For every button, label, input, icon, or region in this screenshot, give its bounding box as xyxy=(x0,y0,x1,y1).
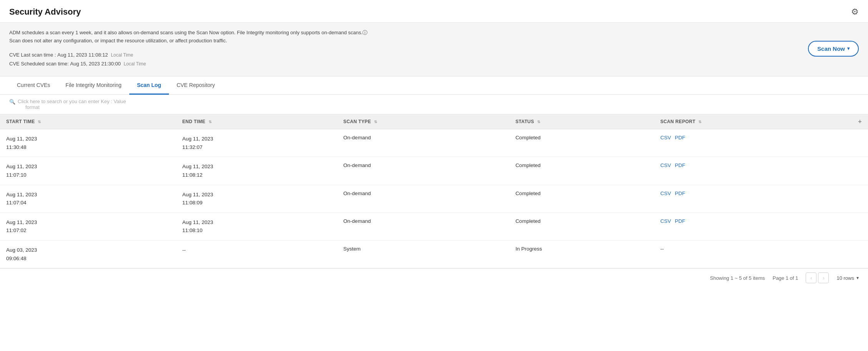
col-scan-type-label: SCAN TYPE xyxy=(343,119,371,124)
prev-page-button[interactable]: ‹ xyxy=(806,272,816,283)
table-header-row: START TIME ⇅ END TIME ⇅ SCAN TYPE ⇅ STAT… xyxy=(0,114,868,129)
banner-line2: Scan does not alter any configuration, o… xyxy=(9,38,227,43)
rows-per-page-label: 10 rows xyxy=(836,275,854,281)
cell-start-time: Aug 11, 202311:07:10 xyxy=(0,157,176,185)
gear-icon[interactable]: ⚙ xyxy=(851,7,859,17)
tab-scan-log[interactable]: Scan Log xyxy=(129,77,169,95)
start-date: Aug 11, 2023 xyxy=(6,191,170,199)
cve-last-scan: CVE Last scan time : Aug 11, 2023 11:08:… xyxy=(9,50,367,60)
scan-meta: CVE Last scan time : Aug 11, 2023 11:08:… xyxy=(9,50,367,69)
search-bar: 🔍 Click here to search or you can enter … xyxy=(0,95,868,114)
search-placeholder: Click here to search or you can enter Ke… xyxy=(18,99,126,104)
cve-scheduled-scan: CVE Scheduled scan time: Aug 15, 2023 21… xyxy=(9,59,367,69)
banner-left: ADM schedules a scan every 1 week, and i… xyxy=(9,29,367,69)
cell-scan-report: CSVPDF xyxy=(654,212,868,240)
pagination-controls: ‹ › xyxy=(806,272,829,283)
search-format-hint: format xyxy=(25,104,126,110)
info-banner: ADM schedules a scan every 1 week, and i… xyxy=(0,22,868,77)
cell-end-time: Aug 11, 202311:08:09 xyxy=(176,185,337,212)
end-date: Aug 11, 2023 xyxy=(182,135,331,143)
page-title: Security Advisory xyxy=(9,7,81,17)
cell-end-time: Aug 11, 202311:08:12 xyxy=(176,157,337,185)
cve-scheduled-label: CVE Scheduled scan time: xyxy=(9,61,70,67)
csv-link[interactable]: CSV xyxy=(660,162,671,168)
cell-scan-report: CSVPDF xyxy=(654,129,868,157)
start-time: 11:30:48 xyxy=(6,143,170,152)
sort-icon-status[interactable]: ⇅ xyxy=(537,120,540,124)
pdf-link[interactable]: PDF xyxy=(675,191,685,196)
next-page-button[interactable]: › xyxy=(818,272,829,283)
cell-end-time: -- xyxy=(176,241,337,268)
end-date: Aug 11, 2023 xyxy=(182,162,331,171)
info-icon: ⓘ xyxy=(362,30,367,35)
page-header: Security Advisory ⚙ xyxy=(0,0,868,22)
tab-file-integrity[interactable]: File Integrity Monitoring xyxy=(58,77,129,95)
cve-last-scan-tz: Local Time xyxy=(111,52,133,58)
rows-per-page-selector[interactable]: 10 rows ▾ xyxy=(836,275,859,281)
pdf-link[interactable]: PDF xyxy=(675,162,685,168)
table-row: Aug 11, 202311:07:02Aug 11, 202311:08:10… xyxy=(0,212,868,240)
end-date: Aug 11, 2023 xyxy=(182,218,331,227)
cell-status: Completed xyxy=(509,129,654,157)
table-row: Aug 11, 202311:07:04Aug 11, 202311:08:09… xyxy=(0,185,868,212)
add-column-icon[interactable]: + xyxy=(858,118,862,125)
showing-text: Showing 1 ~ 5 of 5 items xyxy=(710,275,765,281)
start-date: Aug 11, 2023 xyxy=(6,218,170,227)
csv-link[interactable]: CSV xyxy=(660,191,671,196)
tab-cve-repository[interactable]: CVE Repository xyxy=(169,77,223,95)
end-date: Aug 11, 2023 xyxy=(182,191,331,199)
sort-icon-report[interactable]: ⇅ xyxy=(698,120,701,124)
col-scan-report-label: SCAN REPORT xyxy=(660,119,695,124)
cell-end-time: Aug 11, 202311:08:10 xyxy=(176,212,337,240)
chevron-left-icon: ‹ xyxy=(810,275,812,281)
table-row: Aug 03, 202309:06:48--SystemIn Progress-… xyxy=(0,241,868,268)
cell-scan-report: CSVPDF xyxy=(654,157,868,185)
cell-scan-report: CSVPDF xyxy=(654,185,868,212)
end-date: -- xyxy=(182,247,186,253)
cve-last-scan-time: Aug 11, 2023 11:08:12 xyxy=(57,52,108,58)
csv-link[interactable]: CSV xyxy=(660,135,671,140)
sort-icon-scan-type[interactable]: ⇅ xyxy=(374,120,377,124)
cell-start-time: Aug 11, 202311:07:02 xyxy=(0,212,176,240)
cell-scan-type: On-demand xyxy=(337,157,509,185)
start-date: Aug 03, 2023 xyxy=(6,246,170,254)
col-end-time[interactable]: END TIME ⇅ xyxy=(176,114,337,129)
col-start-time[interactable]: START TIME ⇅ xyxy=(0,114,176,129)
banner-line1: ADM schedules a scan every 1 week, and i… xyxy=(9,30,362,35)
cell-status: In Progress xyxy=(509,241,654,268)
cve-scheduled-time: Aug 15, 2023 21:30:00 xyxy=(70,61,121,67)
col-start-time-label: START TIME xyxy=(6,119,35,124)
csv-link[interactable]: CSV xyxy=(660,218,671,224)
cell-start-time: Aug 11, 202311:07:04 xyxy=(0,185,176,212)
rows-per-page-chevron: ▾ xyxy=(856,275,859,281)
scan-now-label: Scan Now xyxy=(817,45,845,52)
col-scan-type[interactable]: SCAN TYPE ⇅ xyxy=(337,114,509,129)
pdf-link[interactable]: PDF xyxy=(675,218,685,224)
search-input-wrap[interactable]: 🔍 Click here to search or you can enter … xyxy=(9,99,859,110)
sort-icon-end[interactable]: ⇅ xyxy=(209,120,212,124)
cve-scheduled-tz: Local Time xyxy=(124,61,146,67)
start-time: 09:06:48 xyxy=(6,254,170,263)
tab-current-cves[interactable]: Current CVEs xyxy=(9,77,58,95)
search-icon: 🔍 xyxy=(9,99,15,105)
cell-scan-type: On-demand xyxy=(337,129,509,157)
banner-text: ADM schedules a scan every 1 week, and i… xyxy=(9,29,367,45)
scan-log-table: START TIME ⇅ END TIME ⇅ SCAN TYPE ⇅ STAT… xyxy=(0,114,868,268)
cell-scan-report: -- xyxy=(654,241,868,268)
cell-status: Completed xyxy=(509,157,654,185)
sort-icon-start[interactable]: ⇅ xyxy=(38,120,41,124)
start-time: 11:07:02 xyxy=(6,226,170,235)
scan-now-button[interactable]: Scan Now ▾ xyxy=(808,41,859,57)
end-time: 11:08:12 xyxy=(182,171,331,179)
cell-status: Completed xyxy=(509,185,654,212)
start-time: 11:07:04 xyxy=(6,199,170,207)
cell-start-time: Aug 11, 202311:30:48 xyxy=(0,129,176,157)
table-row: Aug 11, 202311:07:10Aug 11, 202311:08:12… xyxy=(0,157,868,185)
cell-scan-type: On-demand xyxy=(337,212,509,240)
col-status[interactable]: STATUS ⇅ xyxy=(509,114,654,129)
col-scan-report[interactable]: SCAN REPORT ⇅ + xyxy=(654,114,868,129)
scan-now-chevron: ▾ xyxy=(847,46,850,51)
start-time: 11:07:10 xyxy=(6,171,170,179)
pdf-link[interactable]: PDF xyxy=(675,135,685,140)
table-footer: Showing 1 ~ 5 of 5 items Page 1 of 1 ‹ ›… xyxy=(0,268,868,287)
